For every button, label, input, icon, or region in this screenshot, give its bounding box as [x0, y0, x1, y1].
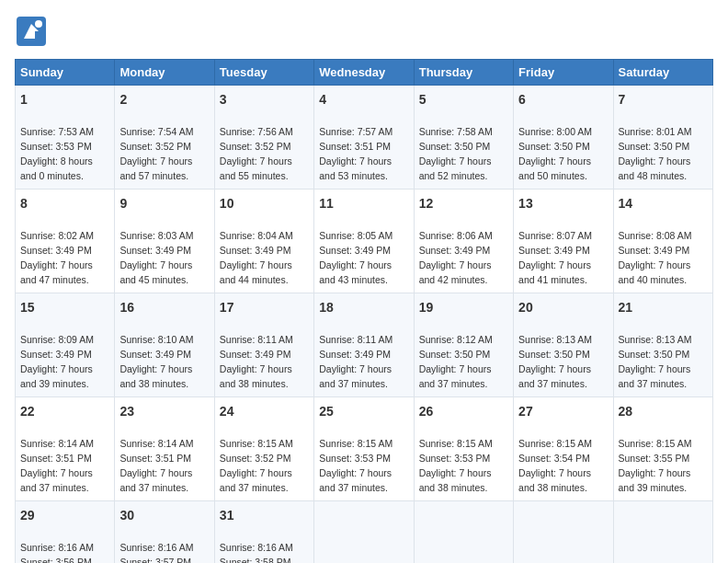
cell-line: Sunrise: 8:11 AM: [220, 334, 293, 345]
cell-line: and 55 minutes.: [220, 170, 289, 181]
calendar-cell: 12Sunrise: 8:06 AMSunset: 3:49 PMDayligh…: [414, 189, 513, 293]
cell-line: Sunrise: 8:15 AM: [518, 438, 592, 449]
cell-line: Daylight: 7 hours: [20, 259, 93, 270]
calendar-cell: 26Sunrise: 8:15 AMSunset: 3:53 PMDayligh…: [414, 396, 513, 500]
calendar-cell: [514, 500, 613, 563]
cell-line: Sunset: 3:49 PM: [419, 245, 491, 256]
cell-line: Sunset: 3:51 PM: [119, 453, 191, 464]
day-number: 25: [319, 402, 408, 420]
calendar-table: SundayMondayTuesdayWednesdayThursdayFrid…: [15, 59, 713, 563]
cell-line: Sunset: 3:50 PM: [518, 349, 590, 360]
calendar-cell: 27Sunrise: 8:15 AMSunset: 3:54 PMDayligh…: [514, 396, 613, 500]
day-number: 18: [319, 298, 408, 316]
calendar-cell: 11Sunrise: 8:05 AMSunset: 3:49 PMDayligh…: [314, 189, 414, 293]
cell-line: Sunrise: 7:57 AM: [319, 126, 392, 137]
cell-line: Daylight: 7 hours: [220, 467, 292, 478]
calendar-cell: 13Sunrise: 8:07 AMSunset: 3:49 PMDayligh…: [514, 189, 613, 293]
day-number: 11: [319, 194, 408, 213]
cell-line: Sunrise: 8:16 AM: [20, 542, 94, 553]
calendar-cell: [613, 500, 712, 563]
day-number: 20: [518, 298, 608, 316]
day-number: 16: [119, 298, 209, 316]
cell-line: Sunset: 3:58 PM: [220, 557, 291, 563]
day-number: 9: [119, 194, 209, 213]
day-number: 8: [20, 194, 109, 213]
cell-line: Daylight: 7 hours: [119, 259, 192, 270]
cell-line: Daylight: 7 hours: [220, 363, 292, 374]
cell-line: Sunrise: 8:10 AM: [119, 334, 193, 345]
calendar-cell: 17Sunrise: 8:11 AMSunset: 3:49 PMDayligh…: [214, 293, 313, 396]
cell-line: Sunset: 3:53 PM: [419, 453, 491, 464]
cell-line: Daylight: 7 hours: [518, 259, 591, 270]
cell-line: Sunrise: 8:01 AM: [619, 126, 692, 137]
svg-point-2: [35, 20, 42, 28]
cell-line: Daylight: 7 hours: [419, 467, 492, 478]
cell-line: Sunrise: 8:04 AM: [220, 230, 293, 241]
day-number: 3: [220, 90, 309, 109]
day-number: 26: [419, 402, 508, 420]
cell-line: Sunset: 3:50 PM: [419, 141, 491, 152]
calendar-cell: 7Sunrise: 8:01 AMSunset: 3:50 PMDaylight…: [613, 86, 712, 190]
calendar-cell: 6Sunrise: 8:00 AMSunset: 3:50 PMDaylight…: [514, 86, 613, 190]
cell-line: Daylight: 7 hours: [220, 259, 292, 270]
cell-line: and 39 minutes.: [619, 482, 688, 493]
cell-line: Sunrise: 8:08 AM: [619, 230, 692, 241]
cell-line: Sunrise: 8:05 AM: [319, 230, 392, 241]
cell-line: and 37 minutes.: [619, 378, 688, 389]
cell-line: and 42 minutes.: [419, 274, 488, 285]
day-number: 10: [220, 194, 309, 213]
cell-line: and 50 minutes.: [518, 170, 587, 181]
week-row-3: 15Sunrise: 8:09 AMSunset: 3:49 PMDayligh…: [16, 293, 713, 396]
cell-line: Sunset: 3:51 PM: [20, 453, 92, 464]
day-number: 31: [220, 506, 309, 524]
cell-line: and 44 minutes.: [220, 274, 289, 285]
cell-line: Daylight: 7 hours: [619, 155, 691, 167]
day-header-sunday: Sunday: [16, 60, 115, 86]
cell-line: Sunset: 3:49 PM: [319, 245, 391, 256]
day-header-friday: Friday: [514, 60, 613, 86]
cell-line: Daylight: 7 hours: [319, 363, 392, 374]
day-number: 23: [119, 402, 209, 420]
cell-line: Sunrise: 8:07 AM: [518, 230, 592, 241]
cell-line: Sunrise: 7:54 AM: [119, 126, 193, 137]
cell-line: Sunset: 3:50 PM: [419, 349, 491, 360]
cell-line: Daylight: 7 hours: [119, 363, 192, 374]
cell-line: and 48 minutes.: [619, 170, 688, 181]
day-header-thursday: Thursday: [414, 60, 513, 86]
cell-line: and 37 minutes.: [419, 378, 488, 389]
cell-line: Sunset: 3:49 PM: [518, 245, 590, 256]
cell-line: and 38 minutes.: [518, 482, 587, 493]
cell-line: Sunset: 3:49 PM: [119, 245, 191, 256]
day-number: 28: [619, 402, 708, 420]
day-header-saturday: Saturday: [613, 60, 712, 86]
calendar-cell: 25Sunrise: 8:15 AMSunset: 3:53 PMDayligh…: [314, 396, 414, 500]
cell-line: Daylight: 8 hours: [20, 155, 93, 167]
cell-line: Sunset: 3:52 PM: [220, 453, 291, 464]
cell-line: Sunrise: 8:11 AM: [319, 334, 392, 345]
cell-line: and 0 minutes.: [20, 170, 84, 181]
day-header-wednesday: Wednesday: [314, 60, 414, 86]
cell-line: Daylight: 7 hours: [119, 467, 192, 478]
calendar-cell: 23Sunrise: 8:14 AMSunset: 3:51 PMDayligh…: [115, 396, 214, 500]
cell-line: Daylight: 7 hours: [518, 363, 591, 374]
calendar-cell: 19Sunrise: 8:12 AMSunset: 3:50 PMDayligh…: [414, 293, 513, 396]
cell-line: Sunrise: 8:06 AM: [419, 230, 493, 241]
day-number: 2: [119, 90, 209, 109]
cell-line: Sunrise: 7:58 AM: [419, 126, 493, 137]
calendar-cell: 4Sunrise: 7:57 AMSunset: 3:51 PMDaylight…: [314, 86, 414, 190]
cell-line: Sunset: 3:50 PM: [619, 349, 690, 360]
cell-line: and 57 minutes.: [119, 170, 188, 181]
day-number: 24: [220, 402, 309, 420]
cell-line: Sunrise: 8:09 AM: [20, 334, 94, 345]
cell-line: Sunset: 3:49 PM: [119, 349, 191, 360]
cell-line: Daylight: 7 hours: [518, 155, 591, 167]
calendar-cell: 1Sunrise: 7:53 AMSunset: 3:53 PMDaylight…: [16, 86, 115, 190]
cell-line: and 38 minutes.: [119, 378, 188, 389]
header-row: SundayMondayTuesdayWednesdayThursdayFrid…: [16, 60, 713, 86]
day-number: 14: [619, 194, 708, 213]
week-row-2: 8Sunrise: 8:02 AMSunset: 3:49 PMDaylight…: [16, 189, 713, 293]
calendar-cell: 22Sunrise: 8:14 AMSunset: 3:51 PMDayligh…: [16, 396, 115, 500]
day-number: 17: [220, 298, 309, 316]
calendar-cell: 31Sunrise: 8:16 AMSunset: 3:58 PMDayligh…: [214, 500, 313, 563]
calendar-cell: 21Sunrise: 8:13 AMSunset: 3:50 PMDayligh…: [613, 293, 712, 396]
